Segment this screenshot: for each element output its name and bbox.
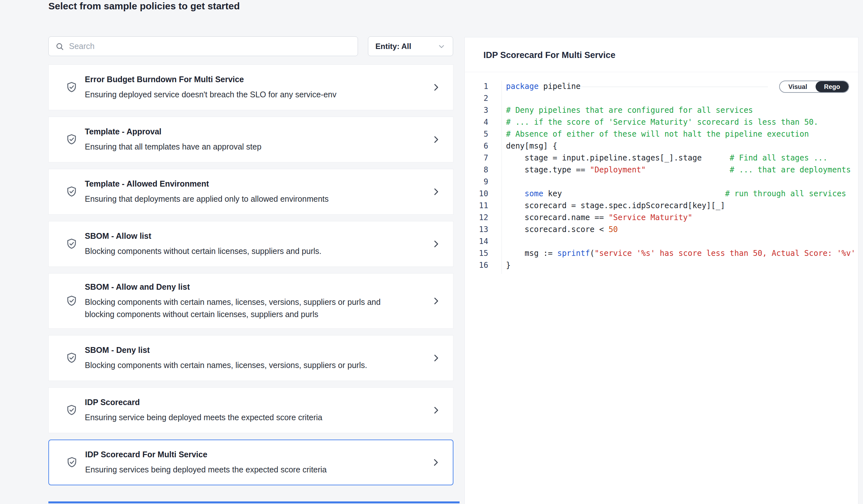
policy-description: Ensuring that deployments are applied on… <box>85 193 411 205</box>
policy-title: SBOM - Allow list <box>85 231 425 241</box>
shield-check-icon <box>65 352 78 364</box>
policy-text: SBOM - Allow and Deny list Blocking comp… <box>85 282 425 320</box>
policy-title: IDP Scorecard For Multi Service <box>85 449 424 460</box>
code-line: msg := sprintf("service '%s' has score l… <box>506 247 858 259</box>
policy-title: Error Budget Burndown For Multi Service <box>85 74 425 85</box>
search-box[interactable] <box>48 36 358 56</box>
code-line: deny[msg] { <box>506 140 858 152</box>
controls-row: Entity: All <box>48 36 453 56</box>
policy-description: Ensuring deployed service doesn't breach… <box>85 88 411 101</box>
chevron-right-icon <box>431 353 441 363</box>
shield-check-icon <box>66 456 78 468</box>
search-icon <box>55 42 64 51</box>
code-line: # ... if the score of 'Service Maturity'… <box>506 116 858 128</box>
entity-filter-label: Entity: All <box>375 42 411 51</box>
code-line: # Absence of either of these will not ha… <box>506 128 858 140</box>
policy-text: SBOM - Allow list Blocking components wi… <box>85 231 425 257</box>
preview-header: IDP Scorecard For Multi Service <box>465 37 858 72</box>
policy-description: Blocking components without certain lice… <box>85 245 411 257</box>
chevron-right-icon <box>431 135 441 144</box>
gutter-divider <box>501 80 502 274</box>
code-line <box>506 92 858 104</box>
policy-list: Error Budget Burndown For Multi Service … <box>48 64 453 501</box>
policy-text: IDP Scorecard Ensuring service being dep… <box>85 397 425 424</box>
policy-description: Ensuring services being deployed meets t… <box>85 463 411 476</box>
chevron-right-icon <box>431 82 441 92</box>
policy-list-item[interactable]: IDP Scorecard Ensuring service being dep… <box>48 387 453 433</box>
shield-check-icon <box>65 295 78 307</box>
policy-title: IDP Scorecard <box>85 397 425 407</box>
code-lines: package pipeline # Deny pipelines that a… <box>506 80 858 271</box>
shield-check-icon <box>65 133 78 146</box>
code-line: scorecard = stage.spec.idpScorecard[key]… <box>506 200 858 212</box>
code-grid: 12345678910111213141516 package pipeline… <box>465 80 858 271</box>
visual-toggle-option[interactable]: Visual <box>780 81 816 92</box>
policy-description: Ensuring that all templates have an appr… <box>85 141 411 153</box>
policy-list-item[interactable]: SBOM - Allow and Deny list Blocking comp… <box>48 273 453 329</box>
left-panel-scroll-accent <box>48 501 460 503</box>
shield-check-icon <box>65 238 78 250</box>
code-editor: Visual Rego 12345678910111213141516 pack… <box>465 72 858 504</box>
entity-filter-dropdown[interactable]: Entity: All <box>368 36 453 56</box>
code-line: # Deny pipelines that are configured for… <box>506 104 858 116</box>
search-input[interactable] <box>69 41 351 51</box>
code-line: scorecard.score < 50 <box>506 224 858 235</box>
chevron-right-icon <box>431 405 441 415</box>
policy-title: Template - Allowed Environment <box>85 179 425 189</box>
policy-text: Template - Approval Ensuring that all te… <box>85 126 425 153</box>
policy-list-item[interactable]: SBOM - Deny list Blocking components wit… <box>48 335 453 381</box>
code-line: stage.type == "Deployment" # ... that ar… <box>506 164 858 176</box>
preview-title: IDP Scorecard For Multi Service <box>484 50 839 60</box>
policy-list-item[interactable]: IDP Scorecard For Multi Service Ensuring… <box>48 440 453 485</box>
chevron-right-icon <box>431 239 441 249</box>
chevron-right-icon <box>431 187 441 197</box>
code-line: scorecard.name == "Service Maturity" <box>506 212 858 224</box>
code-line: stage = input.pipeline.stages[_].stage #… <box>506 152 858 164</box>
page-root: Select from sample policies to get start… <box>0 0 863 504</box>
code-line <box>506 235 858 247</box>
view-mode-toggle: Visual Rego <box>779 80 849 93</box>
policy-title: SBOM - Deny list <box>85 345 425 355</box>
chevron-down-icon <box>437 42 446 51</box>
policy-text: IDP Scorecard For Multi Service Ensuring… <box>85 449 424 476</box>
shield-check-icon <box>65 404 78 416</box>
page-title: Select from sample policies to get start… <box>48 1 240 12</box>
code-line: some key # run through all services <box>506 188 858 200</box>
chevron-right-icon <box>431 296 441 306</box>
policy-list-item[interactable]: SBOM - Allow list Blocking components wi… <box>48 221 453 267</box>
line-numbers: 12345678910111213141516 <box>465 80 488 271</box>
code-line: } <box>506 259 858 271</box>
policy-description: Blocking components with certain names, … <box>85 359 411 371</box>
policy-description: Ensuring service being deployed meets th… <box>85 411 411 424</box>
policy-description: Blocking components with certain names, … <box>85 296 411 320</box>
shield-check-icon <box>65 185 78 198</box>
policy-preview-panel: IDP Scorecard For Multi Service Visual R… <box>464 37 859 504</box>
policy-title: Template - Approval <box>85 126 425 137</box>
code-line <box>506 176 858 188</box>
shield-check-icon <box>65 81 78 93</box>
policy-list-item[interactable]: Error Budget Burndown For Multi Service … <box>48 64 453 110</box>
policy-list-item[interactable]: Template - Allowed Environment Ensuring … <box>48 169 453 215</box>
policy-text: Error Budget Burndown For Multi Service … <box>85 74 425 101</box>
policy-text: Template - Allowed Environment Ensuring … <box>85 179 425 205</box>
policy-title: SBOM - Allow and Deny list <box>85 282 425 292</box>
chevron-right-icon <box>431 457 440 467</box>
rego-toggle-option[interactable]: Rego <box>816 81 849 92</box>
policy-list-item[interactable]: Template - Approval Ensuring that all te… <box>48 117 453 163</box>
policy-text: SBOM - Deny list Blocking components wit… <box>85 345 425 371</box>
